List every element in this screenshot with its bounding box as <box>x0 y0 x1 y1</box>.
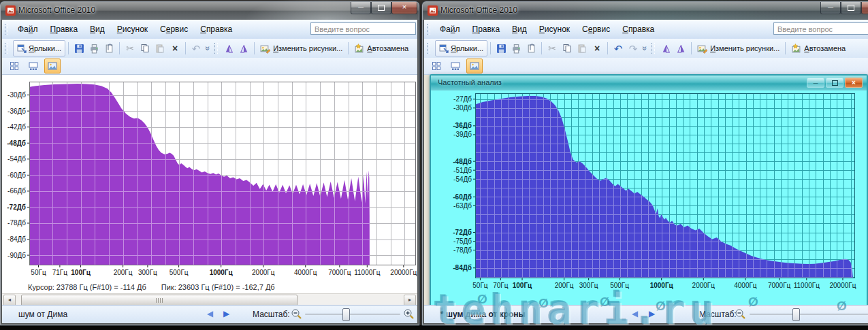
undo-button[interactable]: ↶ <box>611 41 626 56</box>
undo-button[interactable]: ↶ <box>189 41 204 56</box>
rotate-right-button[interactable] <box>236 41 251 56</box>
left-spectrum-chart[interactable]: -30Дб-36Дб-42Дб-48Дб-54Дб-60Дб-66Дб-72Дб… <box>2 75 419 282</box>
label: С <box>200 24 206 34</box>
autocorrect-button[interactable]: Автозамена <box>351 41 411 56</box>
save-button[interactable] <box>71 41 86 56</box>
minimize-icon: — <box>814 80 818 85</box>
maximize-button[interactable] <box>841 2 861 14</box>
copy-button[interactable] <box>138 41 152 56</box>
menu-file[interactable]: Файл <box>12 22 44 36</box>
menu-view[interactable]: Вид <box>84 22 111 36</box>
edit-pictures-button[interactable]: Изменить рисунки... <box>257 41 345 56</box>
rotate-left-button[interactable] <box>658 41 673 56</box>
thumbnail-view-icon <box>10 61 19 71</box>
frequency-analysis-titlebar[interactable]: Частотный анализ — × <box>431 76 867 91</box>
shortcuts-button[interactable]: Ярлыки... <box>13 40 65 56</box>
print-button[interactable] <box>509 41 524 56</box>
maximize-button[interactable] <box>371 2 391 14</box>
next-image-button[interactable]: ▶ <box>223 309 229 318</box>
zoom-in-icon[interactable] <box>403 308 415 320</box>
window-left-office: Microsoft Office 2010 — × Файл Правка Ви… <box>0 1 419 325</box>
previous-image-button[interactable]: ◀ <box>632 309 638 318</box>
label: рвис <box>170 24 188 34</box>
filmstrip-view-button[interactable] <box>25 59 42 73</box>
inner-maximize-button[interactable] <box>826 78 843 88</box>
label: Фа <box>18 24 29 34</box>
thumbnail-view-button[interactable] <box>428 59 445 73</box>
toolbar-options-button[interactable]: » <box>640 44 649 52</box>
zoom-out-icon[interactable] <box>291 308 302 320</box>
ask-question-input[interactable]: Введите вопрос <box>310 22 416 35</box>
titlebar-left[interactable]: Microsoft Office 2010 — × <box>1 2 419 20</box>
drag-handle[interactable] <box>5 43 8 54</box>
close-button[interactable]: × <box>391 2 417 14</box>
zoom-slider-thumb[interactable] <box>792 308 800 321</box>
single-image-view-button[interactable] <box>466 59 483 73</box>
rotate-left-button[interactable] <box>221 41 236 56</box>
menu-help[interactable]: Справка <box>616 22 660 36</box>
label: П <box>472 24 479 34</box>
label: рвис <box>592 24 610 34</box>
window-title: Microsoft Office 2010 <box>18 5 95 15</box>
redo-button[interactable]: ↷ <box>626 41 641 56</box>
previous-image-button[interactable]: ◀ <box>207 309 213 318</box>
titlebar-right[interactable]: Microsoft Office 2010 — × <box>423 2 868 20</box>
paste-button[interactable] <box>575 41 590 56</box>
cut-button[interactable]: ✂ <box>545 41 560 56</box>
delete-button[interactable]: × <box>590 41 605 56</box>
minimize-button[interactable]: — <box>820 2 841 14</box>
shortcuts-button[interactable]: Ярлыки... <box>435 40 487 56</box>
single-image-view-button[interactable] <box>44 59 61 73</box>
zoom-slider-track[interactable] <box>750 314 868 315</box>
label: равка <box>478 24 500 34</box>
menu-picture[interactable]: Рисунок <box>533 22 576 36</box>
inner-minimize-button[interactable]: — <box>807 78 824 88</box>
svg-text:4000Гц: 4000Гц <box>294 269 317 276</box>
svg-text:-54Дб: -54Дб <box>7 155 26 163</box>
menu-picture[interactable]: Рисунок <box>111 22 154 36</box>
drag-handle[interactable] <box>214 43 218 54</box>
menu-edit[interactable]: Правка <box>44 22 84 36</box>
cut-button[interactable]: ✂ <box>123 41 138 56</box>
menu-file[interactable]: Файл <box>434 22 466 36</box>
label: С <box>622 24 628 34</box>
inner-close-button[interactable]: × <box>845 78 863 88</box>
autocorrect-button[interactable]: Автозамена <box>788 41 848 56</box>
document-name: * шум дима от кроны <box>440 310 526 319</box>
rotate-right-button[interactable] <box>673 41 688 56</box>
right-spectrum-chart[interactable]: -27Дб-30Дб-36Дб-39Дб-48Дб-51Дб-54Дб-60Дб… <box>431 90 864 306</box>
drag-handle[interactable] <box>427 24 430 35</box>
zoom-slider-track[interactable] <box>305 314 400 315</box>
menu-view[interactable]: Вид <box>506 22 533 36</box>
svg-text:-78Дб: -78Дб <box>453 246 472 254</box>
copy-button[interactable] <box>560 41 575 56</box>
filmstrip-view-button[interactable] <box>447 59 464 73</box>
paste-button[interactable] <box>152 41 167 56</box>
save-button[interactable] <box>494 41 509 56</box>
toolbar-options-button[interactable]: » <box>203 44 212 52</box>
menu-service[interactable]: Сервис <box>154 22 194 36</box>
next-image-button[interactable]: ▶ <box>649 309 655 318</box>
edit-pictures-button[interactable]: Изменить рисунки... <box>694 41 782 56</box>
minimize-button[interactable]: — <box>351 2 371 14</box>
delete-button[interactable]: × <box>167 41 182 56</box>
attach-button[interactable] <box>524 41 539 56</box>
svg-text:-39Дб: -39Дб <box>453 131 472 138</box>
thumbnail-view-button[interactable] <box>6 59 22 73</box>
cut-icon: ✂ <box>126 44 134 53</box>
menu-edit[interactable]: Правка <box>466 22 507 36</box>
zoom-slider-thumb[interactable] <box>342 308 350 321</box>
print-button[interactable] <box>86 41 101 56</box>
zoom-out-icon[interactable] <box>735 308 746 320</box>
drag-handle[interactable] <box>427 43 430 54</box>
ask-question-input[interactable]: Введите вопрос <box>773 22 868 35</box>
menu-help[interactable]: Справка <box>194 22 238 36</box>
drag-handle[interactable] <box>652 43 655 54</box>
drag-handle[interactable] <box>5 24 8 35</box>
menu-service[interactable]: Сервис <box>576 22 616 36</box>
svg-text:200Гц: 200Гц <box>555 282 574 289</box>
attach-button[interactable] <box>101 41 116 56</box>
label: й <box>29 24 33 34</box>
svg-text:70Гц: 70Гц <box>493 282 509 289</box>
close-button[interactable]: × <box>861 2 868 14</box>
